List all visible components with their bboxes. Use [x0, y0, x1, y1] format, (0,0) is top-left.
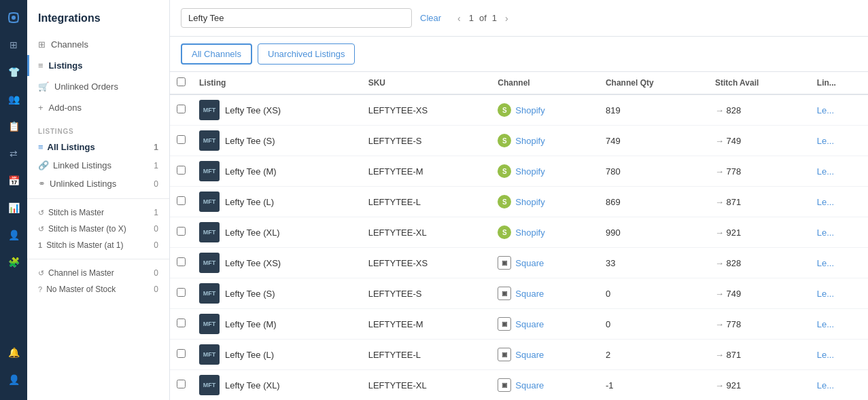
stitch-avail-cell: → 871	[708, 340, 810, 370]
sidebar-filter-stitch-master[interactable]: ↺ Stitch is Master 1	[27, 204, 169, 221]
row-checkbox[interactable]	[177, 349, 186, 358]
row-checkbox[interactable]	[177, 380, 186, 388]
icon-bar-home[interactable]: ⊞	[1, 33, 26, 57]
channel-qty-cell: 0	[599, 309, 708, 340]
all-channels-filter[interactable]: All Channels	[181, 43, 252, 65]
table-row: MFT Lefty Tee (M) LEFTYTEE-M S Shopify 7…	[170, 156, 868, 187]
listing-link[interactable]: Le...	[817, 350, 834, 360]
icon-bar-arrows[interactable]: ⇄	[1, 141, 26, 166]
listing-sku-cell: LEFTYTEE-M	[362, 156, 491, 187]
sidebar-item-unlinked-orders[interactable]: 🛒 Unlinked Orders	[27, 76, 169, 97]
listing-link[interactable]: Le...	[817, 319, 834, 329]
channel-qty-cell: 749	[599, 126, 708, 156]
sidebar-all-listings[interactable]: ≡ All Listings 1	[27, 138, 169, 156]
sidebar-unlinked-listings[interactable]: ⚭ Unlinked Listings 0	[27, 175, 169, 193]
icon-bar-chart[interactable]: 📊	[1, 196, 26, 220]
icon-bar-bell[interactable]: 🔔	[1, 340, 26, 365]
channel-link[interactable]: Square	[515, 289, 544, 299]
channel-link[interactable]: Shopify	[515, 105, 544, 115]
row-checkbox[interactable]	[177, 288, 186, 297]
link-col-cell: Le...	[810, 126, 868, 156]
row-checkbox[interactable]	[177, 257, 186, 266]
channel-qty-cell: 0	[599, 278, 708, 309]
listing-link[interactable]: Le...	[817, 228, 834, 238]
listing-channel-cell: S Shopify	[491, 126, 599, 156]
channel-link[interactable]: Shopify	[515, 136, 544, 146]
channel-link[interactable]: Square	[515, 319, 544, 329]
arrow-icon: →	[715, 380, 727, 390]
sidebar-item-channels[interactable]: ⊞ Channels	[27, 34, 169, 55]
icon-bar-orders[interactable]: 📋	[1, 114, 26, 139]
icon-bar-puzzle[interactable]: 🧩	[1, 250, 26, 274]
row-checkbox-cell	[170, 278, 192, 309]
prev-page-button[interactable]: ‹	[455, 12, 464, 25]
listing-link[interactable]: Le...	[817, 380, 834, 390]
sidebar-filter-no-master[interactable]: ? No Master of Stock 0	[27, 281, 169, 297]
select-all-checkbox[interactable]	[177, 77, 186, 86]
channel-cell: S Shopify	[498, 164, 592, 178]
row-checkbox-cell	[170, 187, 192, 217]
listing-link[interactable]: Le...	[817, 197, 834, 207]
listing-thumb: MFT	[199, 161, 220, 181]
table-row: MFT Lefty Tee (XS) LEFTYTEE-XS S Shopify…	[170, 94, 868, 126]
icon-bar-avatar[interactable]: 👤	[1, 367, 26, 392]
sidebar-filter-stitch-master-at-1[interactable]: 1 Stitch is Master (at 1) 0	[27, 237, 169, 253]
sidebar-item-listings[interactable]: ≡ Listings	[27, 55, 169, 76]
listing-link[interactable]: Le...	[817, 166, 834, 177]
row-checkbox[interactable]	[177, 227, 186, 236]
channel-link[interactable]: Square	[515, 350, 544, 360]
listings-section-label: LISTINGS	[27, 118, 169, 138]
icon-bar-shirt[interactable]: 👕	[1, 60, 26, 84]
table-row: MFT Lefty Tee (S) LEFTYTEE-S S Shopify 7…	[170, 126, 868, 156]
row-checkbox-cell	[170, 370, 192, 401]
sidebar-filter-channel-master[interactable]: ↺ Channel is Master 0	[27, 265, 169, 281]
sidebar-item-add-ons[interactable]: + Add-ons	[27, 97, 169, 118]
channel-cell: ▣ Square	[498, 348, 592, 361]
icon-bar-logo[interactable]	[1, 5, 26, 30]
link-col-cell: Le...	[810, 217, 868, 248]
channel-link[interactable]: Square	[515, 380, 544, 390]
row-checkbox[interactable]	[177, 319, 186, 327]
row-checkbox[interactable]	[177, 105, 186, 113]
clear-button[interactable]: Clear	[420, 13, 441, 23]
stitch-avail-value: 749	[727, 289, 742, 299]
row-checkbox-cell	[170, 126, 192, 156]
listing-channel-cell: ▣ Square	[491, 370, 599, 401]
stitch-avail-value: 871	[727, 197, 742, 207]
listing-link[interactable]: Le...	[817, 105, 834, 115]
listing-name: Lefty Tee (XL)	[225, 380, 280, 390]
channel-link[interactable]: Shopify	[515, 228, 544, 238]
listing-name-cell: MFT Lefty Tee (XL)	[192, 370, 362, 401]
listing-link[interactable]: Le...	[817, 289, 834, 299]
arrow-icon: →	[715, 166, 727, 177]
channel-link[interactable]: Shopify	[515, 166, 544, 177]
icon-bar-user[interactable]: 👤	[1, 223, 26, 247]
listing-link[interactable]: Le...	[817, 258, 834, 268]
stitch-avail-value: 921	[727, 228, 742, 238]
listing-name: Lefty Tee (XS)	[225, 105, 281, 115]
listing-name: Lefty Tee (L)	[225, 350, 274, 360]
table-row: MFT Lefty Tee (XL) LEFTYTEE-XL S Shopify…	[170, 217, 868, 248]
stitch-master-at-1-icon: 1	[38, 241, 42, 249]
stitch-avail-cell: → 828	[708, 94, 810, 126]
channel-link[interactable]: Square	[515, 258, 544, 268]
stitch-avail-cell: → 921	[708, 217, 810, 248]
sidebar-title: Integrations	[27, 0, 169, 34]
row-checkbox[interactable]	[177, 166, 186, 175]
unarchived-filter[interactable]: Unarchived Listings	[258, 43, 355, 65]
listing-link[interactable]: Le...	[817, 136, 834, 146]
row-checkbox[interactable]	[177, 196, 186, 205]
sidebar-linked-listings[interactable]: 🔗 Linked Listings 1	[27, 156, 169, 175]
icon-bar-people[interactable]: 👥	[1, 87, 26, 111]
col-sku: SKU	[362, 72, 491, 94]
row-checkbox[interactable]	[177, 135, 186, 144]
channel-link[interactable]: Shopify	[515, 197, 544, 207]
stitch-master-to-x-icon: ↺	[38, 225, 44, 234]
search-input[interactable]	[181, 8, 412, 28]
arrow-icon: →	[715, 136, 727, 146]
link-col-cell: Le...	[810, 156, 868, 187]
stitch-avail-cell: → 749	[708, 126, 810, 156]
icon-bar-calendar[interactable]: 📅	[1, 168, 26, 193]
sidebar-filter-stitch-master-to-x[interactable]: ↺ Stitch is Master (to X) 0	[27, 221, 169, 237]
next-page-button[interactable]: ›	[502, 12, 511, 25]
